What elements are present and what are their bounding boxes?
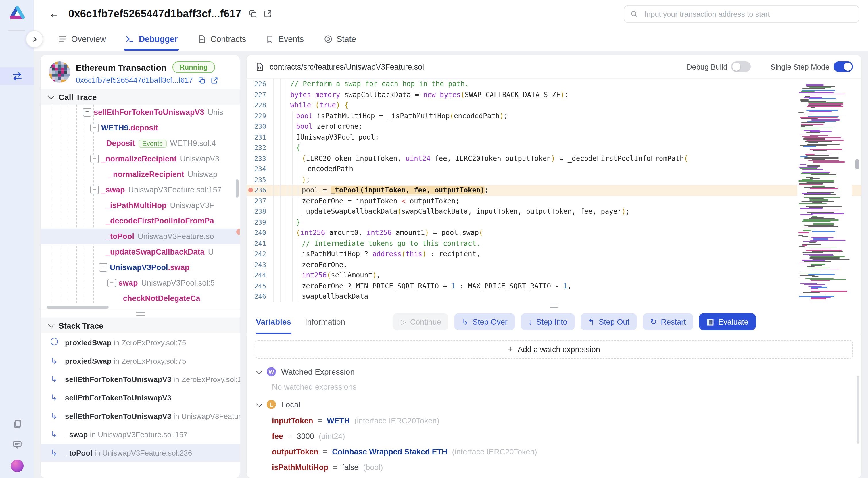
- transaction-search[interactable]: [624, 5, 859, 23]
- variable-value[interactable]: Coinbase Wrapped Staked ETH: [332, 448, 447, 456]
- code-line[interactable]: 242isPathMultiHop ? address(this) : reci…: [247, 249, 861, 259]
- call-trace-item[interactable]: −_swapUniswapV3Feature.sol:157: [41, 182, 240, 198]
- collapse-expander-icon[interactable]: −: [90, 124, 99, 132]
- code-line[interactable]: 230bool zeroForOne;: [247, 121, 861, 132]
- line-number[interactable]: 230: [247, 123, 266, 131]
- line-number[interactable]: 232: [247, 144, 266, 152]
- line-number[interactable]: 236: [247, 186, 266, 194]
- stack-frame[interactable]: ↳proxiedSwap in ZeroExProxy.sol:75: [41, 352, 240, 370]
- line-number[interactable]: 242: [247, 250, 266, 258]
- add-watch-expression-button[interactable]: + Add a watch expression: [255, 340, 853, 358]
- call-trace-header[interactable]: Call Trace: [41, 89, 240, 104]
- line-number[interactable]: 238: [247, 208, 266, 216]
- code-line[interactable]: 246swapCallbackData: [247, 291, 861, 302]
- watched-expression-section[interactable]: W Watched Expression: [247, 363, 861, 380]
- line-number[interactable]: 239: [247, 218, 266, 226]
- code-line[interactable]: 241// Intermediate tokens go to this con…: [247, 238, 861, 249]
- stack-frame[interactable]: ↳sellEthForTokenToUniswapV3 in ZeroExPro…: [41, 370, 240, 388]
- call-trace-item[interactable]: −swapUniswapV3Pool.sol:5: [41, 275, 240, 291]
- tab-overview[interactable]: Overview: [58, 28, 106, 51]
- tab-variables[interactable]: Variables: [256, 310, 291, 334]
- line-number[interactable]: 245: [247, 282, 266, 290]
- collapse-expander-icon[interactable]: −: [90, 186, 99, 194]
- code-line[interactable]: 234encodedPath: [247, 164, 861, 174]
- code-line[interactable]: 231IUniswapV3Pool pool;: [247, 132, 861, 142]
- tree-scrollbar[interactable]: [236, 179, 239, 198]
- transaction-hash-link[interactable]: 0x6c1fb7ef5265447d1baff3cf...f617: [76, 76, 193, 85]
- feedback-icon[interactable]: [11, 439, 23, 450]
- step-over-button[interactable]: ↳Step Over: [455, 313, 515, 330]
- stack-frame[interactable]: ↳_swap in UniswapV3Feature.sol:157: [41, 425, 240, 444]
- variables-scrollbar[interactable]: [857, 376, 859, 444]
- line-number[interactable]: 229: [247, 112, 266, 120]
- external-link-icon[interactable]: [263, 9, 273, 19]
- line-number[interactable]: 241: [247, 240, 266, 248]
- code-minimap[interactable]: [797, 80, 852, 301]
- line-number[interactable]: 227: [247, 91, 266, 99]
- call-trace-item[interactable]: −_normalizeRecipientUniswapV3: [41, 151, 240, 167]
- search-input[interactable]: [643, 9, 853, 19]
- code-line[interactable]: 237zeroForOne = inputToken < outputToken…: [247, 196, 861, 206]
- stack-frame[interactable]: ↳_toPool in UniswapV3Feature.sol:236: [41, 444, 240, 462]
- line-number[interactable]: 228: [247, 101, 266, 109]
- line-number[interactable]: 233: [247, 155, 266, 163]
- code-editor[interactable]: 226// Perform a swap for each hop in the…: [247, 78, 861, 302]
- code-line[interactable]: 245zeroForOne ? MIN_PRICE_SQRT_RATIO + 1…: [247, 281, 861, 291]
- call-trace-item[interactable]: DepositEventsWETH9.sol:4: [41, 136, 240, 151]
- call-trace-item[interactable]: _toPoolUniswapV3Feature.so: [41, 229, 240, 244]
- editor-scrollbar[interactable]: [855, 159, 859, 169]
- collapse-expander-icon[interactable]: −: [90, 155, 99, 163]
- code-line[interactable]: 238_updateSwapCallbackData(swapCallbackD…: [247, 206, 861, 217]
- call-trace-item[interactable]: −sellEthForTokenToUniswapV3Unis: [41, 104, 240, 120]
- line-number[interactable]: 235: [247, 176, 266, 184]
- code-line[interactable]: 239}: [247, 217, 861, 227]
- copy-hash-icon[interactable]: [197, 76, 206, 84]
- restart-button[interactable]: ↻Restart: [643, 313, 693, 330]
- line-number[interactable]: 243: [247, 261, 266, 269]
- stack-frame[interactable]: ↳sellEthForTokenToUniswapV3: [41, 388, 240, 407]
- code-line[interactable]: 244int256(sellAmount),: [247, 270, 861, 281]
- local-variable-row[interactable]: isPathMultiHop=false(bool): [247, 459, 861, 475]
- open-hash-icon[interactable]: [210, 76, 218, 84]
- tab-debugger[interactable]: Debugger: [126, 28, 178, 51]
- line-number[interactable]: 237: [247, 197, 266, 205]
- call-trace-item[interactable]: −WETH9.deposit: [41, 120, 240, 136]
- call-trace-item[interactable]: _decodeFirstPoolInfoFromPa: [41, 213, 240, 229]
- call-trace-item[interactable]: checkNotDelegateCa: [41, 291, 240, 306]
- code-line[interactable]: 235);: [247, 174, 861, 185]
- line-number[interactable]: 246: [247, 293, 266, 301]
- line-number[interactable]: 234: [247, 165, 266, 173]
- copy-icon[interactable]: [248, 9, 257, 19]
- stack-frame[interactable]: ↳sellEthForTokenToUniswapV3 in UniswapV3…: [41, 407, 240, 425]
- line-number[interactable]: 240: [247, 229, 266, 237]
- code-line[interactable]: 229bool isPathMultiHop = _isPathMultiHop…: [247, 110, 861, 121]
- user-avatar[interactable]: [11, 459, 23, 472]
- documents-icon[interactable]: [11, 418, 23, 430]
- line-number[interactable]: 226: [247, 80, 266, 88]
- single-step-toggle[interactable]: [834, 61, 853, 72]
- call-trace-item[interactable]: _updateSwapCallbackDataU: [41, 244, 240, 260]
- variable-value[interactable]: WETH: [327, 417, 350, 425]
- tab-information[interactable]: Information: [305, 310, 345, 334]
- line-number[interactable]: 231: [247, 133, 266, 141]
- local-variable-row[interactable]: zeroForOne=false(bool): [247, 475, 861, 478]
- panel-resize-handle[interactable]: [247, 302, 861, 310]
- evaluate-button[interactable]: ▦Evaluate: [699, 313, 756, 330]
- collapse-expander-icon[interactable]: −: [99, 263, 107, 272]
- tab-events[interactable]: Events: [266, 28, 304, 51]
- tree-scrollbar-horizontal[interactable]: [46, 306, 108, 309]
- expand-sidebar-button[interactable]: [26, 30, 43, 48]
- call-trace-item[interactable]: _normalizeRecipientUniswap: [41, 167, 240, 182]
- code-line[interactable]: 243zeroForOne,: [247, 259, 861, 270]
- tab-contracts[interactable]: Contracts: [197, 28, 246, 51]
- stack-trace-header[interactable]: Stack Trace: [41, 318, 240, 333]
- code-line[interactable]: 227bytes memory swapCallbackData = new b…: [247, 89, 861, 100]
- step-out-button[interactable]: ↰Step Out: [581, 313, 637, 330]
- local-variable-row[interactable]: inputToken=WETH(interface IERC20Token): [247, 413, 861, 428]
- code-line[interactable]: 233(IERC20Token inputToken, uint24 fee, …: [247, 153, 861, 164]
- code-line[interactable]: 236pool = _toPool(inputToken, fee, outpu…: [247, 185, 861, 196]
- back-button[interactable]: ←: [49, 8, 59, 20]
- panel-resize-handle[interactable]: [41, 310, 240, 318]
- local-section[interactable]: L Local: [247, 396, 861, 413]
- rail-item-transactions[interactable]: [0, 67, 34, 85]
